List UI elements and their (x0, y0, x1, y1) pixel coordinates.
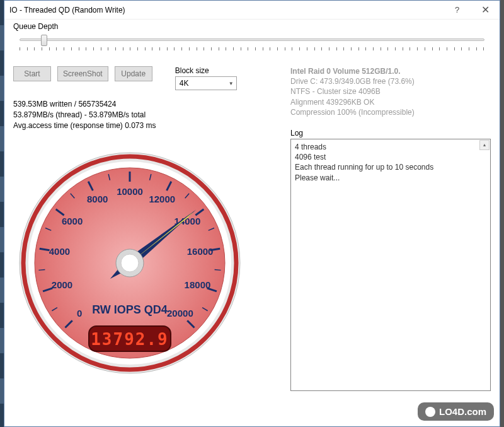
log-line: 4 threads (295, 142, 486, 152)
block-size-select[interactable]: 4K ▼ (175, 76, 237, 90)
update-button[interactable]: Update (115, 66, 152, 81)
close-button[interactable]: ✕ (471, 1, 500, 20)
block-size-value: 4K (180, 79, 189, 88)
help-button[interactable]: ? (443, 1, 471, 20)
svg-line-27 (38, 270, 45, 271)
stats-block: 539.53MB written / 565735424 53.879MB/s … (13, 99, 265, 131)
content-area: Queue Depth Start ScreenShot Update Bloc… (4, 20, 500, 397)
screenshot-button[interactable]: ScreenShot (57, 66, 108, 81)
drive-name: Intel Raid 0 Volume 512GB/1.0. (290, 66, 491, 76)
svg-line-34 (215, 270, 221, 271)
svg-text:0: 0 (77, 308, 82, 319)
window-title: IO - Threaded QD (Random Write) (9, 6, 443, 15)
svg-text:18000: 18000 (185, 279, 211, 290)
button-row: Start ScreenShot Update Block size 4K ▼ (13, 66, 265, 90)
drive-fs: NTFS - Cluster size 4096B (290, 86, 491, 97)
drive-align: Alignment 439296KB OK (290, 97, 491, 107)
stats-throughput: 53.879MB/s (thread) - 53.879MB/s total (13, 110, 265, 120)
log-output[interactable]: ▴ 4 threads4096 testEach thread running … (290, 139, 491, 391)
svg-text:8000: 8000 (87, 194, 108, 205)
log-label: Log (290, 129, 491, 137)
queue-depth-label: Queue Depth (13, 22, 491, 31)
drive-free: Drive C: 473.9/349.0GB free (73.6%) (290, 76, 491, 86)
svg-text:13792.9: 13792.9 (91, 330, 169, 349)
watermark: LO4D.com (418, 402, 494, 421)
main-window: IO - Threaded QD (Random Write) ? ✕ Queu… (4, 0, 500, 427)
drive-comp: Compression 100% (Incompressible) (290, 107, 491, 117)
log-line: 4096 test (295, 152, 486, 162)
block-size-label: Block size (175, 66, 237, 75)
scroll-up-icon[interactable]: ▴ (479, 140, 490, 150)
svg-text:2000: 2000 (52, 279, 72, 290)
stats-written: 539.53MB written / 565735424 (13, 99, 265, 110)
start-button[interactable]: Start (13, 66, 51, 81)
slider-track (20, 38, 484, 41)
log-line: Please wait... (295, 173, 486, 183)
slider-thumb[interactable] (41, 35, 47, 46)
svg-text:16000: 16000 (187, 247, 214, 257)
slider-ticks (20, 47, 484, 51)
bulb-icon (425, 407, 435, 417)
svg-text:4000: 4000 (49, 247, 70, 257)
iops-gauge: 0200040006000800010000120001400016000180… (13, 137, 246, 389)
svg-point-42 (121, 254, 139, 272)
svg-text:20000: 20000 (167, 308, 193, 319)
queue-depth-slider[interactable] (13, 32, 491, 55)
svg-text:12000: 12000 (149, 194, 175, 205)
watermark-text: LO4D.com (439, 406, 486, 417)
svg-text:6000: 6000 (62, 216, 83, 226)
stats-access-time: Avg.access time (response time) 0.073 ms (13, 120, 265, 131)
titlebar: IO - Threaded QD (Random Write) ? ✕ (4, 1, 500, 20)
chevron-down-icon: ▼ (229, 81, 234, 86)
svg-text:10000: 10000 (117, 186, 143, 197)
drive-info: Intel Raid 0 Volume 512GB/1.0. Drive C: … (290, 66, 491, 117)
svg-text:RW IOPS QD4: RW IOPS QD4 (92, 303, 168, 316)
log-line: Each thread running for up to 10 seconds (295, 162, 486, 172)
block-size-group: Block size 4K ▼ (175, 66, 237, 90)
